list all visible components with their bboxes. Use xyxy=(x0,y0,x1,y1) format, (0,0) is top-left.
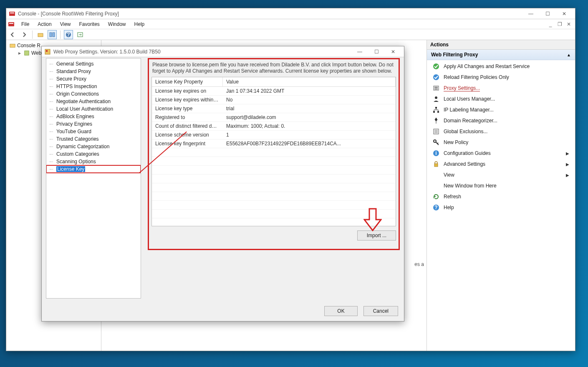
cell-property: License scheme version xyxy=(152,131,223,139)
action-item-0[interactable]: Apply All Changes and Restart Service xyxy=(429,61,573,72)
cancel-button[interactable]: Cancel xyxy=(363,306,398,316)
export-button[interactable] xyxy=(76,30,85,39)
settings-tree-item[interactable]: Trusted Categories xyxy=(46,135,141,143)
mdi-restore-button[interactable]: ❐ xyxy=(556,21,563,28)
action-item-13[interactable]: ?Help xyxy=(429,202,573,213)
minimize-button[interactable]: — xyxy=(522,9,539,18)
table-row[interactable]: License key expires onJan 1 07:34:14 202… xyxy=(152,87,396,96)
svg-text:i: i xyxy=(435,150,437,156)
action-icon xyxy=(433,128,439,135)
menu-window[interactable]: Window xyxy=(104,20,130,28)
menu-file[interactable]: File xyxy=(17,20,33,28)
settings-tree-item[interactable]: License Key xyxy=(46,165,141,173)
action-item-8[interactable]: iConfiguration Guides▶ xyxy=(429,148,573,159)
action-item-12[interactable]: Refresh xyxy=(429,191,573,202)
forward-button[interactable] xyxy=(20,30,29,39)
settings-tree-item[interactable]: Scanning Options xyxy=(46,158,141,165)
svg-rect-16 xyxy=(434,89,438,89)
settings-tree-item[interactable]: Privacy Engines xyxy=(46,120,141,128)
dialog-icon xyxy=(44,48,51,55)
table-row[interactable]: Registered tosupport@diladele.com xyxy=(152,113,396,122)
settings-tree-item[interactable]: Custom Categories xyxy=(46,150,141,158)
menu-help[interactable]: Help xyxy=(130,20,149,28)
main-titlebar[interactable]: Console - [Console Root\Web Filtering Pr… xyxy=(6,8,575,19)
settings-tree[interactable]: General SettingsStandard ProxySecure Pro… xyxy=(46,58,141,299)
action-label: Proxy Settings... xyxy=(444,85,480,91)
settings-tree-item[interactable]: Negotiate Authentication xyxy=(46,98,141,105)
chevron-right-icon: ▶ xyxy=(566,151,569,156)
action-item-10[interactable]: View▶ xyxy=(429,170,573,180)
settings-tree-item[interactable]: Secure Proxy xyxy=(46,75,141,83)
cell-property: License key expires on xyxy=(152,87,223,96)
action-item-11[interactable]: New Window from Here xyxy=(429,180,573,191)
close-button[interactable]: ✕ xyxy=(556,9,573,18)
action-item-6[interactable]: Global Exclusions... xyxy=(429,126,573,137)
menu-favorites[interactable]: Favorites xyxy=(75,20,104,28)
svg-rect-19 xyxy=(433,111,435,113)
action-item-1[interactable]: Reload Filtering Policies Only xyxy=(429,72,573,83)
actions-group-header[interactable]: Web Filtering Proxy ▲ xyxy=(427,50,575,60)
back-button[interactable] xyxy=(8,30,17,39)
action-label: New Window from Here xyxy=(444,183,497,189)
cell-value: trial xyxy=(223,104,396,113)
svg-rect-14 xyxy=(434,86,439,90)
settings-tree-item[interactable]: AdBlock Engines xyxy=(46,113,141,120)
table-row[interactable]: License key typetrial xyxy=(152,104,396,113)
cell-value: Maximum: 1000; Actual: 0. xyxy=(223,122,396,131)
settings-tree-item[interactable]: Dynamic Categorization xyxy=(46,143,141,150)
action-item-3[interactable]: Local Users Manager... xyxy=(429,94,573,104)
dialog-close-button[interactable]: ✕ xyxy=(385,47,401,56)
license-frame: Please browse to license.pem file you ha… xyxy=(148,58,400,250)
table-row[interactable]: License key fingerprintE55628AF00B7F2314… xyxy=(152,139,396,148)
mdi-close-button[interactable]: ✕ xyxy=(565,21,573,28)
up-button[interactable] xyxy=(36,30,45,39)
svg-rect-0 xyxy=(9,12,15,16)
action-item-5[interactable]: Domain Recategorizer... xyxy=(429,115,573,126)
action-icon xyxy=(433,172,439,178)
settings-tree-item[interactable]: Local User Authentication xyxy=(46,105,141,113)
cell-property: License key fingerprint xyxy=(152,139,223,148)
settings-tree-item[interactable]: HTTPS Inspection xyxy=(46,83,141,90)
svg-rect-5 xyxy=(50,33,52,37)
action-icon xyxy=(433,193,439,200)
svg-rect-20 xyxy=(437,111,439,113)
settings-tree-item[interactable]: YouTube Guard xyxy=(46,128,141,135)
dialog-maximize-button[interactable]: ☐ xyxy=(368,47,385,56)
action-item-4[interactable]: IP Labeling Manager... xyxy=(429,104,573,115)
import-button[interactable]: Import ... xyxy=(357,230,396,240)
action-label: New Policy xyxy=(444,139,468,145)
settings-tree-item[interactable]: Origin Connections xyxy=(46,90,141,98)
settings-tree-item[interactable]: Standard Proxy xyxy=(46,68,141,75)
maximize-button[interactable]: ☐ xyxy=(539,9,556,18)
expand-icon[interactable]: ▸ xyxy=(17,50,22,56)
actions-group-label: Web Filtering Proxy xyxy=(431,52,478,58)
action-item-9[interactable]: Advanced Settings▶ xyxy=(429,159,573,170)
action-label: View xyxy=(444,172,454,178)
snapin-icon xyxy=(24,50,30,56)
col-value[interactable]: Value xyxy=(223,77,396,86)
show-hide-button[interactable] xyxy=(48,30,57,39)
action-item-7[interactable]: New Policy xyxy=(429,137,573,148)
license-hint: Please browse to license.pem file you ha… xyxy=(151,61,396,77)
folder-icon xyxy=(10,43,15,48)
action-icon xyxy=(433,139,439,146)
table-row[interactable]: Count of distinct filtered devi...Maximu… xyxy=(152,122,396,131)
menu-action[interactable]: Action xyxy=(33,20,56,28)
help-toolbar-button[interactable]: ? xyxy=(64,30,73,39)
action-item-2[interactable]: Proxy Settings... xyxy=(429,83,573,94)
col-property[interactable]: License Key Property xyxy=(152,77,223,86)
menu-view[interactable]: View xyxy=(56,20,75,28)
table-row[interactable]: License scheme version1 xyxy=(152,131,396,139)
settings-tree-item[interactable]: General Settings xyxy=(46,60,141,68)
mdi-minimize-button[interactable]: _ xyxy=(547,21,554,28)
dialog-minimize-button[interactable]: — xyxy=(351,47,368,56)
actions-list: Apply All Changes and Restart ServiceRel… xyxy=(427,60,575,214)
action-label: Help xyxy=(444,205,454,210)
annotation-arrow-icon xyxy=(363,208,382,231)
svg-rect-32 xyxy=(46,50,48,52)
action-icon xyxy=(433,106,439,113)
dialog-titlebar[interactable]: Web Proxy Settings. Version: 1.5.0.0 Bui… xyxy=(42,46,404,57)
ok-button[interactable]: OK xyxy=(324,306,357,316)
table-row[interactable]: License key expires within tw...No xyxy=(152,96,396,104)
action-label: Advanced Settings xyxy=(444,161,485,167)
